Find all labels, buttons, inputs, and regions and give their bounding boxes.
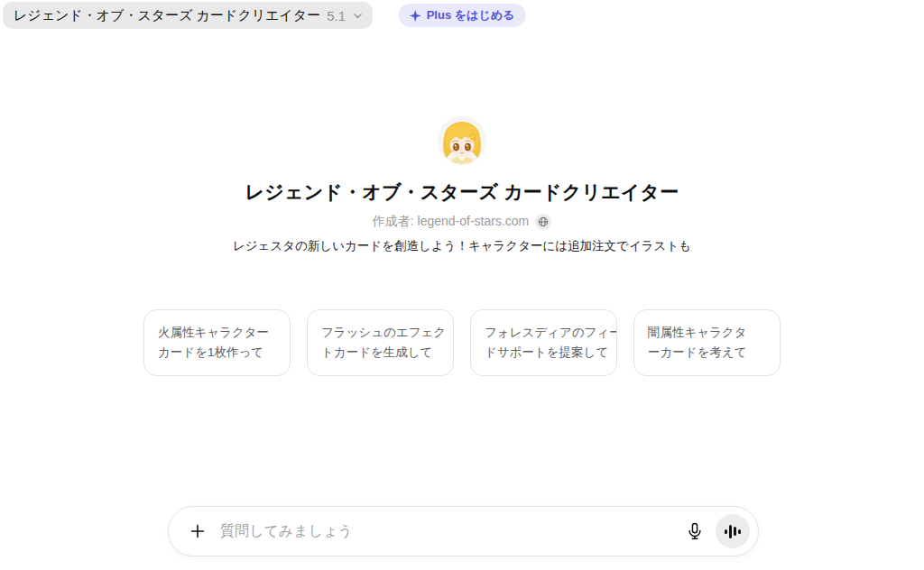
suggestion-text: ーカードを考えて xyxy=(648,343,766,363)
byline-text: 作成者: legend-of-stars.com xyxy=(373,214,530,230)
voice-mode-button[interactable] xyxy=(716,514,750,548)
model-switcher[interactable]: レジェンド・オブ・スターズ カードクリエイター 5.1 xyxy=(3,2,373,29)
suggestion-text: カードを1枚作って xyxy=(158,343,276,363)
get-plus-button[interactable]: Plus をはじめる xyxy=(399,4,526,27)
suggestion-text: フラッシュのエフェク xyxy=(321,323,439,343)
suggestion-text: ドサポートを提案して xyxy=(485,343,603,363)
gpt-description: レジェスタの新しいカードを創造しよう！キャラクターには追加注文でイラストも xyxy=(0,238,924,254)
suggestion-card-field-support[interactable]: フォレスディアのフィール ドサポートを提案して xyxy=(470,309,617,376)
get-plus-label: Plus をはじめる xyxy=(427,7,515,23)
message-input[interactable] xyxy=(220,523,681,539)
suggestion-card-dark-character[interactable]: 闇属性キャラクタ ーカードを考えて xyxy=(633,309,781,376)
gpt-title: レジェンド・オブ・スターズ カードクリエイター xyxy=(14,7,320,24)
suggestion-card-fire-character[interactable]: 火属性キャラクター カードを1枚作って xyxy=(143,309,291,376)
voice-waveform-icon xyxy=(725,529,727,534)
globe-icon[interactable] xyxy=(535,214,551,230)
sparkle-icon xyxy=(410,10,421,22)
suggestion-text: 火属性キャラクター xyxy=(158,323,276,343)
chevron-down-icon xyxy=(352,10,364,22)
dictate-button[interactable] xyxy=(681,518,708,545)
suggestion-text: フォレスディアのフィール xyxy=(485,323,603,343)
model-version: 5.1 xyxy=(327,8,346,23)
plus-icon xyxy=(188,521,208,541)
page-title: レジェンド・オブ・スターズ カードクリエイター xyxy=(0,179,924,205)
microphone-icon xyxy=(685,521,705,541)
composer-bar xyxy=(168,506,759,556)
suggestion-text: 闇属性キャラクタ xyxy=(648,323,766,343)
suggestion-text: トカードを生成して xyxy=(321,343,439,363)
byline: 作成者: legend-of-stars.com xyxy=(0,214,924,230)
gpt-landing-page: レジェンド・オブ・スターズ カードクリエイター 5.1 Plus をはじめる xyxy=(0,0,924,570)
attach-button[interactable] xyxy=(186,519,209,543)
gpt-avatar xyxy=(439,117,485,164)
suggestion-card-flash-effect[interactable]: フラッシュのエフェク トカードを生成して xyxy=(307,309,454,376)
suggestion-cards: 火属性キャラクター カードを1枚作って フラッシュのエフェク トカードを生成して… xyxy=(143,309,781,376)
